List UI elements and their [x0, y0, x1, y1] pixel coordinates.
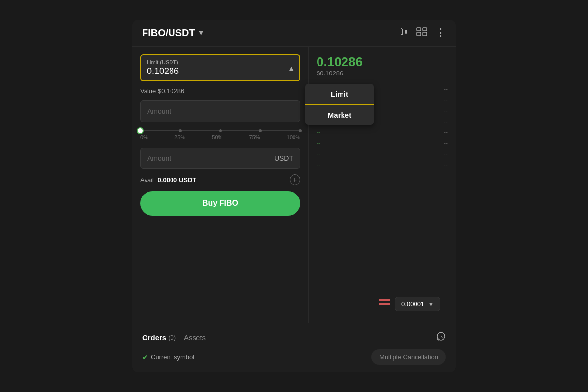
limit-value: 0.10286 [147, 66, 294, 76]
order-type-dropdown: Limit Market [305, 84, 374, 125]
svg-rect-7 [417, 32, 421, 36]
svg-rect-11 [379, 303, 390, 305]
slider-label-100: 100% [287, 134, 300, 140]
limit-input-wrapper[interactable]: Limit (USDT) 0.10286 ▲ [140, 54, 300, 81]
orders-section: Orders (0) Assets ✔ Current symbol [132, 323, 456, 372]
deposit-icon[interactable]: + [290, 174, 300, 185]
orders-tab[interactable]: Orders (0) [142, 333, 176, 342]
market-option[interactable]: Market [305, 105, 374, 125]
current-symbol[interactable]: ✔ Current symbol [142, 353, 194, 361]
outer-container: FIBO/USDT ▼ [0, 0, 588, 392]
content-area: Limit (USDT) 0.10286 ▲ Limit Market [132, 47, 456, 323]
order-left: -- [317, 140, 320, 147]
check-icon: ✔ [142, 353, 148, 361]
svg-rect-4 [406, 29, 406, 30]
svg-rect-2 [401, 34, 402, 35]
svg-rect-0 [402, 29, 403, 35]
order-left: -- [317, 161, 320, 168]
limit-section: Limit (USDT) 0.10286 ▲ Limit Market [140, 54, 300, 81]
slider-label-25: 25% [174, 134, 185, 140]
assets-tab[interactable]: Assets [184, 333, 206, 342]
orders-tabs: Orders (0) Assets [142, 333, 206, 342]
slider-label-0: 0% [140, 134, 148, 140]
svg-rect-8 [423, 28, 427, 31]
svg-rect-3 [405, 30, 407, 34]
avail-row: Avail 0.0000 USDT + [140, 174, 300, 185]
more-icon[interactable]: ⋮ [435, 26, 446, 39]
order-right: -- [444, 107, 448, 114]
order-left: -- [317, 150, 320, 157]
avail-value: 0.0000 USDT [158, 176, 196, 184]
svg-rect-10 [379, 299, 390, 301]
avail-info: Avail 0.0000 USDT [140, 176, 196, 184]
price-main: 0.10286 [317, 54, 448, 70]
order-right: -- [444, 161, 448, 168]
order-row-green: -- -- [317, 128, 448, 137]
order-right: -- [444, 86, 448, 93]
limit-label: Limit (USDT) [147, 59, 294, 65]
scale-icon [379, 299, 390, 309]
order-right: -- [444, 140, 448, 147]
slider-label-50: 50% [212, 134, 222, 140]
bottom-toolbar: 0.00001 ▼ [317, 293, 448, 315]
layout-icon[interactable] [416, 27, 427, 39]
value-text: Value $0.10286 [140, 87, 300, 95]
pair-chevron-icon[interactable]: ▼ [198, 29, 205, 37]
slider-thumb[interactable] [137, 127, 144, 134]
price-display: 0.10286 $0.10286 [317, 54, 448, 77]
pair-title[interactable]: FIBO/USDT [142, 27, 195, 39]
header-left: FIBO/USDT ▼ [142, 27, 205, 39]
order-row-green: -- -- [317, 149, 448, 158]
svg-rect-5 [406, 34, 406, 35]
order-right: -- [444, 118, 448, 125]
main-panel: FIBO/USDT ▼ [132, 20, 456, 372]
scale-value: 0.00001 [401, 300, 424, 308]
slider-tick-75 [259, 129, 262, 132]
buy-button[interactable]: Buy FIBO [140, 191, 300, 216]
svg-rect-9 [423, 32, 427, 36]
order-left: -- [317, 129, 320, 136]
slider-tick-50 [219, 129, 222, 132]
trade-panel: Limit (USDT) 0.10286 ▲ Limit Market [132, 47, 309, 323]
limit-option[interactable]: Limit [305, 84, 374, 105]
slider-label-75: 75% [249, 134, 260, 140]
current-symbol-label: Current symbol [151, 353, 194, 361]
svg-rect-6 [417, 28, 421, 31]
clock-icon[interactable] [436, 331, 446, 343]
amount-placeholder: Amount [147, 107, 171, 115]
price-usd: $0.10286 [317, 70, 448, 77]
svg-rect-1 [401, 28, 402, 29]
slider-labels: 0% 25% 50% 75% 100% [140, 134, 300, 140]
orders-header: Orders (0) Assets [142, 331, 446, 343]
order-right: -- [444, 129, 448, 136]
order-right: -- [444, 97, 448, 103]
scale-chevron-icon: ▼ [428, 301, 434, 307]
usdt-label: USDT [274, 154, 293, 162]
amount-input[interactable]: Amount [140, 100, 300, 122]
order-row-green: -- -- [317, 160, 448, 169]
order-right: -- [444, 150, 448, 157]
header: FIBO/USDT ▼ [132, 20, 456, 47]
header-icons: ⋮ [399, 26, 446, 39]
orders-count: (0) [168, 334, 176, 341]
scale-select[interactable]: 0.00001 ▼ [395, 297, 440, 311]
slider-track [140, 130, 300, 131]
avail-label: Avail [140, 176, 154, 184]
order-row-green: -- -- [317, 139, 448, 147]
limit-arrow-icon: ▲ [288, 64, 294, 72]
multiple-cancellation-button[interactable]: Multiple Cancellation [371, 349, 446, 365]
slider-tick-100 [299, 129, 302, 132]
amount-usdt-input[interactable]: Amount USDT [140, 148, 300, 169]
slider-tick-25 [179, 129, 182, 132]
orders-label: Orders [142, 333, 166, 342]
amount-usdt-placeholder: Amount [147, 154, 171, 162]
percentage-slider[interactable]: 0% 25% 50% 75% 100% [140, 128, 300, 142]
candle-icon[interactable] [399, 27, 409, 39]
filter-row: ✔ Current symbol Multiple Cancellation [142, 349, 446, 365]
